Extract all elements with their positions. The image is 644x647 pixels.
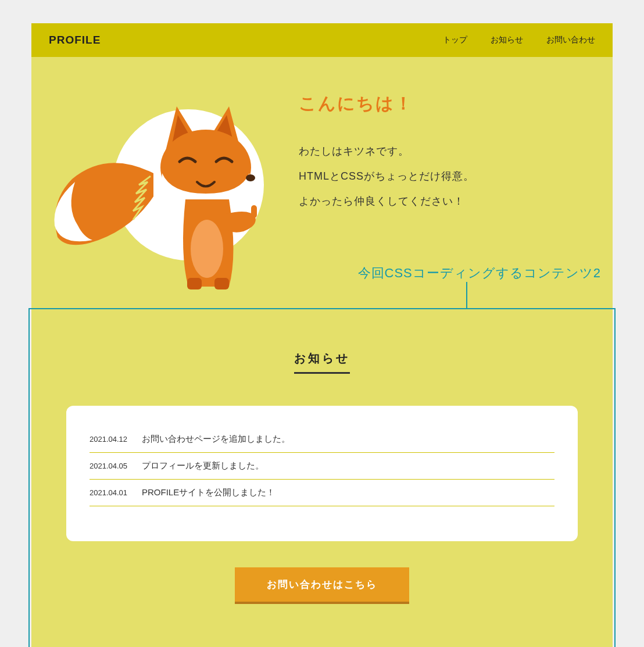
news-date: 2021.04.12 bbox=[90, 435, 142, 444]
news-item: 2021.04.12 お問い合わせページを追加しました。 bbox=[90, 426, 554, 453]
hero-text: こんにちは！ わたしはキツネです。 HTMLとCSSがちょっとだけ得意。 よかっ… bbox=[299, 86, 589, 215]
svg-point-2 bbox=[191, 220, 223, 278]
news-item: 2021.04.05 プロフィールを更新しました。 bbox=[90, 453, 554, 480]
header: PROFILE トップ お知らせ お問い合わせ bbox=[31, 23, 613, 57]
svg-rect-3 bbox=[251, 205, 257, 218]
news-text: お問い合わせページを追加しました。 bbox=[142, 434, 290, 445]
news-heading: お知らせ bbox=[294, 351, 350, 374]
annotation-connector-line bbox=[466, 282, 467, 309]
nav-link-contact[interactable]: お問い合わせ bbox=[546, 35, 595, 45]
news-text: プロフィールを更新しました。 bbox=[142, 460, 264, 471]
nav-link-news[interactable]: お知らせ bbox=[491, 35, 523, 45]
svg-rect-5 bbox=[214, 278, 229, 289]
svg-point-1 bbox=[246, 174, 255, 181]
fox-body-icon bbox=[153, 103, 281, 289]
main-nav: トップ お知らせ お問い合わせ bbox=[443, 35, 595, 45]
page-wrapper: PROFILE トップ お知らせ お問い合わせ bbox=[31, 23, 613, 647]
nav-link-top[interactable]: トップ bbox=[443, 35, 467, 45]
contact-button[interactable]: お問い合わせはこちら bbox=[235, 567, 409, 604]
news-section: お知らせ 2021.04.12 お問い合わせページを追加しました。 2021.0… bbox=[31, 313, 613, 647]
fox-tail-icon bbox=[49, 150, 165, 255]
news-card: 2021.04.12 お問い合わせページを追加しました。 2021.04.05 … bbox=[66, 406, 578, 541]
news-date: 2021.04.01 bbox=[90, 488, 142, 497]
news-date: 2021.04.05 bbox=[90, 462, 142, 470]
hero-line-3: よかったら仲良くしてください！ bbox=[299, 189, 589, 214]
svg-rect-4 bbox=[187, 278, 202, 289]
annotation-label: 今回CSSコーディングするコンテンツ2 bbox=[358, 264, 601, 282]
fox-illustration bbox=[55, 86, 276, 284]
news-item: 2021.04.01 PROFILEサイトを公開しました！ bbox=[90, 480, 554, 506]
hero-title: こんにちは！ bbox=[299, 92, 589, 116]
news-text: PROFILEサイトを公開しました！ bbox=[142, 487, 275, 498]
hero-line-2: HTMLとCSSがちょっとだけ得意。 bbox=[299, 164, 589, 189]
hero-line-1: わたしはキツネです。 bbox=[299, 139, 589, 164]
site-title: PROFILE bbox=[49, 34, 101, 47]
